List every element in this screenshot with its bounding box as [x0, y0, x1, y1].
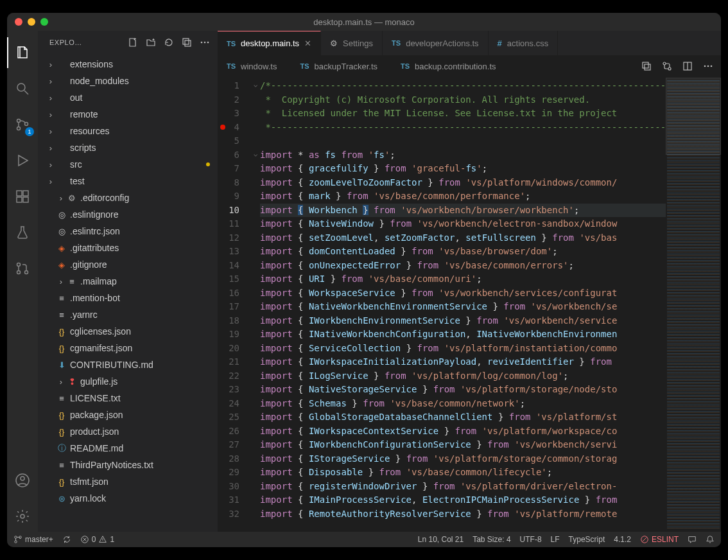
editor-tab[interactable]: TSbackup.contribution.ts: [401, 62, 496, 71]
minimap-viewport[interactable]: [666, 78, 721, 155]
svg-rect-15: [183, 39, 189, 44]
svg-point-14: [21, 514, 24, 518]
editor-actions: [641, 61, 721, 71]
git-compare-icon[interactable]: [662, 61, 672, 71]
close-window-button[interactable]: [15, 18, 22, 26]
editor-area: TSdesktop.main.ts✕⚙SettingsTSdeveloperAc…: [218, 31, 721, 532]
tree-item[interactable]: ≡ThirdPartyNotices.txt: [38, 457, 218, 473]
extensions-icon: [15, 189, 30, 204]
svg-rect-7: [23, 197, 28, 202]
editor-tab[interactable]: TSdesktop.main.ts✕: [218, 31, 321, 55]
status-problems[interactable]: 0 1: [80, 535, 114, 544]
tree-item[interactable]: ›remote: [38, 106, 218, 123]
status-sync[interactable]: [62, 535, 71, 544]
status-feedback[interactable]: [688, 535, 697, 544]
status-eslint[interactable]: ESLINT: [640, 535, 679, 544]
collapse-all-icon[interactable]: [182, 37, 192, 48]
status-encoding[interactable]: UTF-8: [520, 535, 542, 544]
editor-tab[interactable]: TSbackupTracker.ts: [300, 62, 377, 71]
svg-point-4: [25, 123, 28, 126]
status-tabsize[interactable]: Tab Size: 4: [472, 535, 510, 544]
activity-settings[interactable]: [7, 501, 38, 532]
activity-explorer[interactable]: [7, 37, 38, 68]
gear-icon: [15, 509, 30, 524]
tree-item[interactable]: ≡LICENSE.txt: [38, 390, 218, 407]
status-cursor[interactable]: Ln 10, Col 21: [418, 535, 464, 544]
minimap[interactable]: [666, 78, 721, 532]
tree-item[interactable]: ≡.mention-bot: [38, 290, 218, 306]
titlebar: desktop.main.ts — monaco: [7, 13, 721, 31]
editor-tab[interactable]: ⚙Settings: [321, 31, 383, 55]
tree-item[interactable]: ⊛yarn.lock: [38, 490, 218, 507]
tree-item[interactable]: ›out: [38, 89, 218, 106]
tree-item[interactable]: ›test: [38, 173, 218, 189]
activity-run[interactable]: [7, 145, 38, 176]
editor-tab[interactable]: TSwindow.ts: [227, 62, 277, 71]
window-title: desktop.main.ts — monaco: [313, 17, 415, 27]
file-tree[interactable]: ›extensions›node_modules›out›remote›reso…: [38, 53, 218, 532]
maximize-window-button[interactable]: [40, 18, 48, 26]
split-editor-icon[interactable]: [682, 61, 693, 71]
activity-pr[interactable]: [7, 253, 38, 284]
diff-icon[interactable]: [641, 61, 652, 71]
status-eol[interactable]: LF: [551, 535, 560, 544]
tree-item[interactable]: ◎.eslintignore: [38, 206, 218, 223]
tree-item[interactable]: ›⚙.editorconfig: [38, 189, 218, 206]
tree-item[interactable]: {}package.json: [38, 407, 218, 423]
tree-item[interactable]: ›src: [38, 156, 218, 173]
tree-item[interactable]: {}cgmanifest.json: [38, 340, 218, 356]
status-ts-version[interactable]: 4.1.2: [614, 535, 631, 544]
svg-rect-5: [17, 191, 22, 196]
status-branch[interactable]: master+: [13, 535, 53, 544]
activity-scm[interactable]: 1: [7, 109, 38, 140]
tree-item[interactable]: ›≡.mailmap: [38, 273, 218, 290]
tree-item[interactable]: ›❢gulpfile.js: [38, 373, 218, 390]
status-language[interactable]: TypeScript: [569, 535, 605, 544]
tree-item[interactable]: {}tsfmt.json: [38, 473, 218, 490]
tree-item[interactable]: ◈.gitattributes: [38, 240, 218, 256]
editor-tab[interactable]: #actions.css: [489, 31, 559, 55]
scm-badge: 1: [25, 127, 34, 136]
activity-testing[interactable]: [7, 217, 38, 248]
breakpoint[interactable]: [220, 125, 225, 130]
editor-tab[interactable]: TSdeveloperActions.ts: [383, 31, 489, 55]
warning-icon: [98, 535, 107, 544]
tree-item[interactable]: ⓘREADME.md: [38, 440, 218, 457]
svg-point-30: [15, 541, 17, 543]
tree-item[interactable]: {}cglicenses.json: [38, 323, 218, 340]
status-bell[interactable]: [706, 535, 715, 544]
code-area[interactable]: /*--------------------------------------…: [260, 78, 666, 532]
tree-item[interactable]: ≡.yarnrc: [38, 306, 218, 323]
status-bar: master+ 0 1 Ln 10, Col 21 Tab Size: 4 UT…: [7, 532, 721, 547]
refresh-icon[interactable]: [164, 37, 174, 48]
activity-search[interactable]: [7, 73, 38, 104]
eslint-label: ESLINT: [652, 535, 679, 544]
tree-item[interactable]: ◎.eslintrc.json: [38, 223, 218, 240]
minimize-window-button[interactable]: [28, 18, 35, 26]
tree-item[interactable]: ◈.gitignore: [38, 256, 218, 273]
bell-icon: [706, 535, 715, 544]
warning-count: 1: [110, 535, 114, 544]
more-icon[interactable]: [200, 37, 210, 48]
tree-item[interactable]: ›extensions: [38, 56, 218, 73]
svg-point-2: [17, 119, 21, 123]
editor-content[interactable]: 1234567891011121314151617181920212223242…: [218, 78, 721, 532]
tree-item[interactable]: ⬇CONTRIBUTING.md: [38, 356, 218, 373]
tree-item[interactable]: ›node_modules: [38, 73, 218, 89]
more-actions-icon[interactable]: [703, 61, 713, 71]
account-icon: [15, 473, 30, 488]
activity-extensions[interactable]: [7, 181, 38, 212]
svg-point-10: [17, 271, 21, 274]
activity-account[interactable]: [7, 465, 38, 496]
svg-rect-6: [17, 197, 22, 202]
new-folder-icon[interactable]: [146, 37, 156, 48]
sync-icon: [62, 535, 71, 544]
tree-item[interactable]: ›scripts: [38, 139, 218, 156]
window-controls: [15, 18, 48, 26]
tree-item[interactable]: ›resources: [38, 123, 218, 139]
git-pr-icon: [15, 261, 30, 276]
new-file-icon[interactable]: [128, 37, 138, 48]
tree-item[interactable]: {}product.json: [38, 423, 218, 440]
svg-point-18: [204, 41, 206, 43]
svg-point-19: [207, 41, 209, 43]
